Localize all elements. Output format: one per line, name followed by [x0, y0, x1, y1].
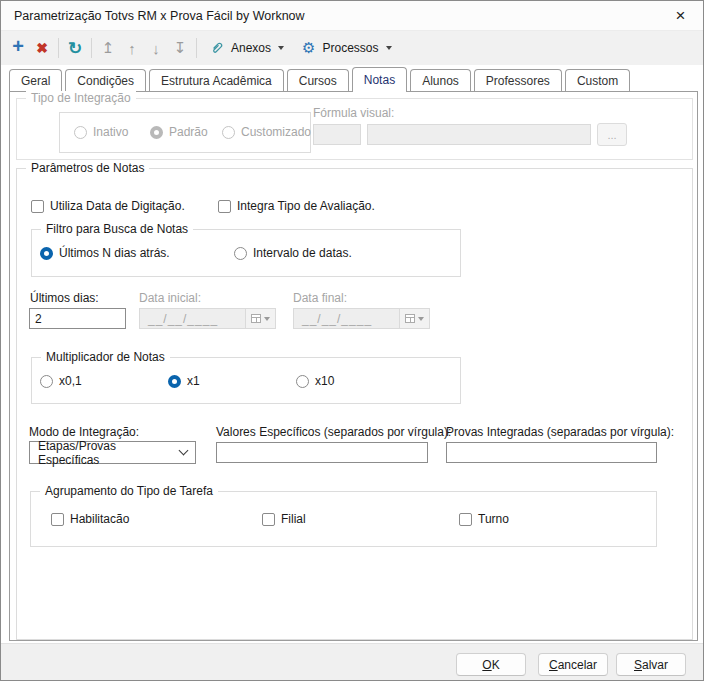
radio-icon	[74, 126, 87, 139]
group-tipo-integracao: Tipo de Integração Inativo Padrão Custom…	[16, 98, 693, 160]
provas-integradas-label: Provas Integradas (separadas por vírgula…	[446, 425, 674, 439]
window-title: Parametrização Totvs RM x Prova Fácil by…	[14, 9, 305, 23]
group-parametros-notas: Parâmetros de Notas Utiliza Data de Digi…	[16, 168, 693, 640]
anexos-dropdown-button[interactable]: Anexos	[201, 35, 293, 61]
title-bar: Parametrização Totvs RM x Prova Fácil by…	[1, 1, 703, 31]
gear-icon: ⚙	[302, 39, 315, 57]
radio-customizado[interactable]: Customizado	[222, 125, 311, 139]
checkbox-icon	[459, 513, 472, 526]
arrow-up-icon: ↑	[128, 40, 136, 57]
ok-button[interactable]: OK	[456, 653, 526, 676]
arrow-to-top-icon: ↥	[102, 39, 115, 57]
group-multiplicador-notas: Multiplicador de Notas x0,1 x1 x10	[31, 357, 461, 404]
chevron-down-icon	[278, 46, 284, 50]
radio-selected-icon	[168, 375, 181, 388]
move-last-button[interactable]: ↧	[168, 35, 192, 61]
group-filtro-busca-notas: Filtro para Busca de Notas Últimos N dia…	[31, 229, 461, 277]
group-legend: Tipo de Integração	[26, 91, 136, 105]
arrow-down-icon: ↓	[152, 40, 160, 57]
dialog-window: Parametrização Totvs RM x Prova Fácil by…	[0, 0, 704, 681]
tab-professores[interactable]: Professores	[474, 69, 562, 91]
formula-text-field	[367, 124, 591, 145]
radio-ultimos-n-dias[interactable]: Últimos N dias atrás.	[40, 246, 170, 260]
calendar-icon	[405, 314, 415, 323]
radio-selected-icon	[40, 247, 53, 260]
anexos-label: Anexos	[231, 41, 271, 55]
ultimos-dias-field[interactable]	[29, 308, 126, 329]
delete-button[interactable]: ✖	[30, 35, 54, 61]
group-agrupamento-tipo-tarefa: Agrupamento do Tipo de Tarefa Habilitacã…	[30, 491, 657, 547]
chevron-down-icon	[386, 46, 392, 50]
close-icon[interactable]: ×	[658, 1, 703, 30]
data-inicial-label: Data inicial:	[139, 291, 201, 305]
plus-icon: +	[12, 35, 24, 58]
refresh-button[interactable]: ↻	[63, 35, 87, 61]
provas-integradas-field[interactable]	[446, 442, 657, 463]
radio-intervalo-datas[interactable]: Intervalo de datas.	[234, 246, 352, 260]
chevron-down-icon	[179, 446, 189, 456]
group-legend: Parâmetros de Notas	[26, 161, 149, 175]
toolbar-separator	[58, 38, 59, 58]
radio-x1[interactable]: x1	[168, 374, 200, 388]
tab-custom[interactable]: Custom	[565, 69, 630, 91]
radio-icon	[222, 126, 235, 139]
valores-especificos-field[interactable]	[216, 442, 428, 463]
tab-page-notas: Tipo de Integração Inativo Padrão Custom…	[9, 91, 698, 641]
cancel-button[interactable]: Cancelar	[538, 653, 608, 676]
formula-browse-button[interactable]: ...	[597, 123, 627, 146]
tab-estrutura-academica[interactable]: Estrutura Acadêmica	[149, 69, 284, 91]
chevron-down-icon	[418, 317, 424, 321]
data-final-label: Data final:	[293, 291, 347, 305]
radio-x01[interactable]: x0,1	[40, 374, 82, 388]
checkbox-turno[interactable]: Turno	[459, 512, 509, 526]
tab-cursos[interactable]: Cursos	[287, 69, 349, 91]
radio-x10[interactable]: x10	[296, 374, 334, 388]
modo-integracao-label: Modo de Integração:	[29, 425, 139, 439]
checkbox-habilitacao[interactable]: Habilitacão	[51, 512, 129, 526]
button-bar: OK Cancelar Salvar	[1, 643, 703, 680]
tab-condicoes[interactable]: Condições	[65, 69, 146, 91]
formula-visual-label: Fórmula visual:	[313, 106, 394, 120]
calendar-icon	[251, 314, 261, 323]
arrow-to-bottom-icon: ↧	[174, 39, 187, 57]
formula-code-field	[313, 124, 361, 145]
content-area: Geral Condições Estrutura Acadêmica Curs…	[1, 65, 703, 643]
radio-selected-icon	[150, 126, 163, 139]
calendar-dropdown-button[interactable]	[245, 309, 275, 328]
modo-integracao-select[interactable]: Etapas/Provas Específicas	[29, 441, 196, 464]
checkbox-icon	[218, 200, 231, 213]
data-final-field: __/__/____	[293, 308, 430, 329]
add-button[interactable]: +	[6, 35, 30, 61]
checkbox-integra-tipo-avaliacao[interactable]: Integra Tipo de Avaliação.	[218, 199, 375, 213]
paperclip-icon	[210, 41, 224, 55]
refresh-icon: ↻	[68, 38, 82, 59]
checkbox-icon	[51, 513, 64, 526]
save-button[interactable]: Salvar	[616, 653, 686, 676]
tab-strip: Geral Condições Estrutura Acadêmica Curs…	[9, 66, 630, 91]
processos-dropdown-button[interactable]: ⚙ Processos	[293, 35, 400, 61]
checkbox-filial[interactable]: Filial	[262, 512, 306, 526]
radio-padrao[interactable]: Padrão	[150, 125, 208, 139]
move-up-button[interactable]: ↑	[120, 35, 144, 61]
calendar-dropdown-button[interactable]	[399, 309, 429, 328]
checkbox-icon	[31, 200, 44, 213]
radio-icon	[234, 247, 247, 260]
valores-especificos-label: Valores Específicos (separados por vírgu…	[216, 425, 451, 439]
tab-notas[interactable]: Notas	[352, 67, 407, 92]
toolbar: + ✖ ↻ ↥ ↑ ↓ ↧ Anexos ⚙	[1, 31, 703, 65]
group-legend: Filtro para Busca de Notas	[41, 222, 193, 236]
tab-geral[interactable]: Geral	[9, 69, 62, 91]
group-legend: Agrupamento do Tipo de Tarefa	[40, 484, 218, 498]
move-down-button[interactable]: ↓	[144, 35, 168, 61]
checkbox-utiliza-data-digitacao[interactable]: Utiliza Data de Digitação.	[31, 199, 185, 213]
toolbar-separator	[91, 38, 92, 58]
move-first-button[interactable]: ↥	[96, 35, 120, 61]
processos-label: Processos	[322, 41, 378, 55]
tab-alunos[interactable]: Alunos	[410, 69, 471, 91]
ultimos-dias-label: Últimos dias:	[30, 291, 99, 305]
radio-icon	[40, 375, 53, 388]
delete-x-icon: ✖	[36, 40, 48, 56]
checkbox-icon	[262, 513, 275, 526]
group-legend: Multiplicador de Notas	[41, 350, 170, 364]
radio-inativo[interactable]: Inativo	[74, 125, 128, 139]
